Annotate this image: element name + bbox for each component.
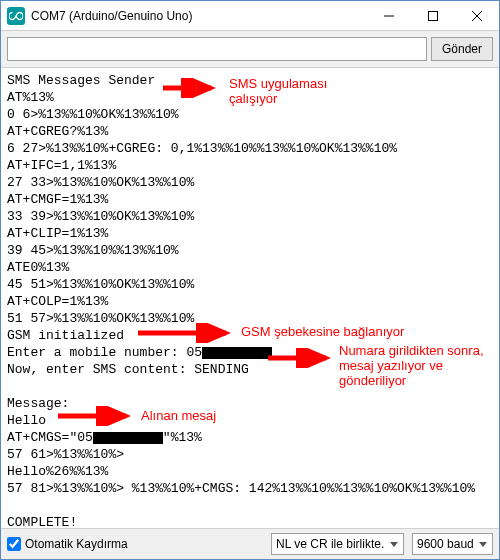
svg-rect-1: [429, 11, 438, 20]
maximize-button[interactable]: [411, 1, 455, 31]
close-button[interactable]: [455, 1, 499, 31]
window-title: COM7 (Arduino/Genuino Uno): [31, 9, 367, 23]
arduino-icon: [7, 7, 25, 25]
minimize-button[interactable]: [367, 1, 411, 31]
redacted-phone-1: [202, 347, 272, 359]
serial-monitor-window: COM7 (Arduino/Genuino Uno) Gönder SMS Me…: [0, 0, 500, 560]
titlebar: COM7 (Arduino/Genuino Uno): [1, 1, 499, 31]
statusbar: Otomatik Kaydırma NL ve CR ile birlikte.…: [1, 529, 499, 559]
line-ending-select[interactable]: NL ve CR ile birlikte.: [271, 533, 404, 555]
terminal-output: SMS Messages Sender AT%13% 0 6>%13%%10%O…: [1, 68, 499, 528]
output-area: SMS Messages Sender AT%13% 0 6>%13%%10%O…: [1, 68, 499, 529]
redacted-phone-2: [93, 432, 163, 444]
autoscroll-text: Otomatik Kaydırma: [25, 537, 128, 551]
command-input[interactable]: [7, 37, 427, 61]
baud-select[interactable]: 9600 baud: [412, 533, 493, 555]
toolbar: Gönder: [1, 31, 499, 68]
send-button[interactable]: Gönder: [431, 37, 493, 61]
autoscroll-checkbox[interactable]: [7, 537, 21, 551]
autoscroll-checkbox-label[interactable]: Otomatik Kaydırma: [7, 537, 263, 551]
